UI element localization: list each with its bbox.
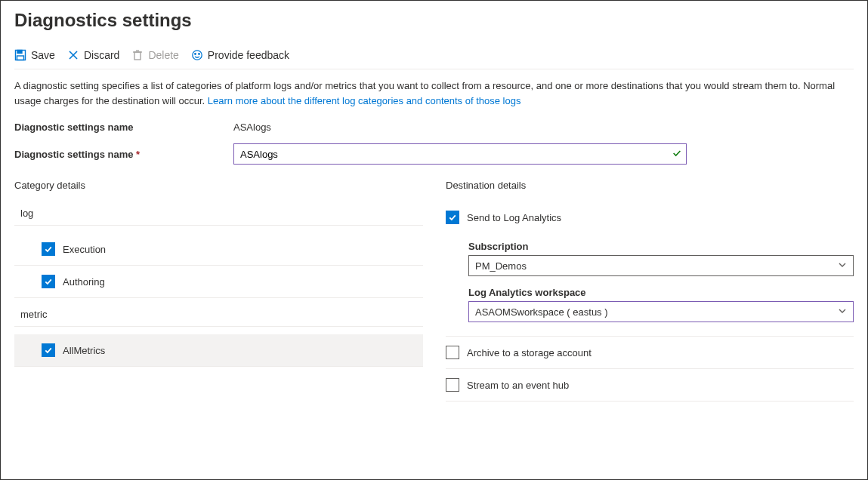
save-label: Save	[31, 49, 55, 61]
page-title: Diagnostics settings	[14, 10, 854, 31]
eventhub-row: Stream to an event hub	[446, 369, 854, 402]
svg-rect-1	[17, 51, 22, 54]
subscription-select[interactable]: PM_Demos	[468, 255, 854, 276]
chevron-down-icon	[838, 306, 847, 318]
eventhub-checkbox[interactable]	[446, 378, 459, 392]
authoring-checkbox[interactable]	[42, 275, 55, 288]
feedback-button[interactable]: Provide feedback	[191, 49, 289, 61]
settings-name-readonly-label: Diagnostic settings name	[14, 122, 233, 133]
destination-details-column: Destination details Send to Log Analytic…	[446, 180, 854, 402]
log-analytics-label: Send to Log Analytics	[467, 212, 561, 223]
storage-row: Archive to a storage account	[446, 337, 854, 369]
log-analytics-subform: Subscription PM_Demos Log Analytics work…	[446, 233, 854, 337]
workspace-select[interactable]: ASAOMSworkspace ( eastus )	[468, 301, 854, 322]
log-analytics-checkbox[interactable]	[446, 211, 459, 224]
workspace-label: Log Analytics workspace	[468, 287, 854, 298]
delete-button: Delete	[131, 49, 178, 61]
metric-group-label: metric	[14, 303, 423, 327]
svg-point-9	[195, 54, 196, 55]
subscription-label: Subscription	[468, 241, 854, 252]
discard-label: Discard	[84, 49, 119, 61]
learn-more-link[interactable]: Learn more about the different log categ…	[208, 95, 521, 106]
description: A diagnostic setting specifies a list of…	[14, 78, 845, 108]
allmetrics-checkbox[interactable]	[42, 343, 55, 357]
allmetrics-label: AllMetrics	[63, 345, 105, 356]
log-analytics-row: Send to Log Analytics	[446, 202, 854, 233]
storage-label: Archive to a storage account	[467, 347, 592, 358]
feedback-label: Provide feedback	[208, 49, 289, 61]
save-button[interactable]: Save	[14, 49, 55, 61]
authoring-label: Authoring	[63, 276, 105, 288]
toolbar: Save Discard Delete Provide feedback	[14, 49, 854, 69]
metric-all-row: AllMetrics	[14, 334, 423, 367]
storage-checkbox[interactable]	[446, 346, 459, 359]
feedback-icon	[191, 49, 203, 61]
settings-name-readonly-value: ASAlogs	[233, 122, 271, 133]
discard-icon	[67, 49, 79, 61]
settings-name-readonly-row: Diagnostic settings name ASAlogs	[14, 122, 854, 133]
svg-point-8	[193, 51, 202, 60]
svg-rect-5	[134, 52, 141, 60]
delete-label: Delete	[148, 49, 178, 61]
execution-label: Execution	[63, 244, 106, 255]
log-group-label: log	[14, 202, 423, 226]
settings-name-row: Diagnostic settings name *	[14, 143, 854, 165]
svg-point-10	[199, 54, 200, 55]
log-execution-row: Execution	[14, 233, 423, 266]
svg-rect-2	[17, 56, 24, 60]
eventhub-label: Stream to an event hub	[467, 380, 569, 391]
destination-details-heading: Destination details	[446, 180, 854, 191]
diagnostics-settings-panel: Diagnostics settings Save Discard Delete…	[0, 0, 868, 480]
checkmark-icon	[672, 148, 682, 161]
execution-checkbox[interactable]	[42, 242, 55, 256]
save-icon	[14, 49, 26, 61]
discard-button[interactable]: Discard	[67, 49, 119, 61]
trash-icon	[131, 49, 144, 61]
log-authoring-row: Authoring	[14, 266, 423, 298]
settings-name-label: Diagnostic settings name *	[14, 149, 233, 160]
category-details-column: Category details log Execution Authoring…	[14, 180, 423, 402]
subscription-value: PM_Demos	[475, 260, 527, 272]
required-star-icon: *	[136, 149, 140, 160]
workspace-value: ASAOMSworkspace ( eastus )	[475, 306, 608, 318]
chevron-down-icon	[838, 260, 847, 272]
category-details-heading: Category details	[14, 180, 423, 191]
settings-name-input[interactable]	[233, 143, 687, 165]
